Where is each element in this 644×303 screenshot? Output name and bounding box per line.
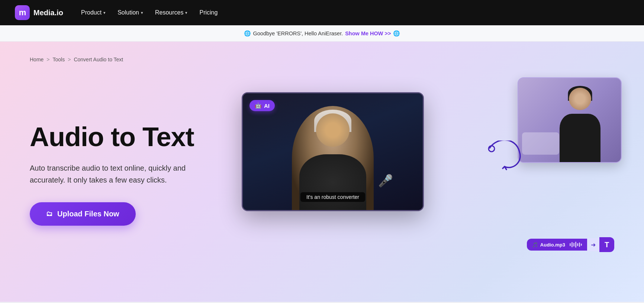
wave-bar bbox=[575, 242, 576, 248]
breadcrumb-sep1: > bbox=[46, 57, 49, 62]
subtitle-bar: It's an robust converter bbox=[300, 192, 365, 202]
hero-section: Home > Tools > Convert Audio to Text Aud… bbox=[0, 42, 644, 302]
globe-icon-right: 🌐 bbox=[393, 30, 400, 37]
audio-filename: Audio.mp3 bbox=[540, 242, 565, 248]
wave-bar bbox=[581, 244, 582, 246]
audio-filename-chip: 🎵 Audio.mp3 bbox=[527, 239, 587, 251]
nav-product[interactable]: Product ▾ bbox=[81, 9, 106, 16]
wave-bar bbox=[571, 242, 573, 247]
back-card-inner bbox=[518, 78, 621, 162]
breadcrumb-current: Convert Audio to Text bbox=[74, 57, 123, 62]
back-card bbox=[518, 77, 622, 163]
chevron-down-icon: ▾ bbox=[103, 10, 106, 15]
hero-left: Audio to Text Auto transcribe audio to t… bbox=[30, 122, 208, 226]
wave-bar bbox=[577, 243, 578, 246]
person2-figure bbox=[550, 88, 610, 162]
ai-badge-label: AI bbox=[264, 103, 270, 109]
nav-pricing[interactable]: Pricing bbox=[199, 9, 218, 16]
wave-bar bbox=[570, 243, 571, 246]
nav-pricing-label: Pricing bbox=[199, 9, 218, 16]
upload-files-button[interactable]: 🗂 Upload Files Now bbox=[30, 202, 136, 226]
banner-cta[interactable]: Show Me HOW >> bbox=[345, 30, 391, 36]
nav-solution-label: Solution bbox=[117, 9, 139, 16]
breadcrumb-sep2: > bbox=[68, 57, 71, 62]
logo-icon: m bbox=[15, 5, 30, 20]
upload-button-label: Upload Files Now bbox=[57, 210, 119, 218]
svg-point-0 bbox=[489, 146, 495, 152]
hero-title: Audio to Text bbox=[30, 122, 208, 152]
wave-bar bbox=[579, 242, 580, 247]
nav-resources[interactable]: Resources ▾ bbox=[155, 9, 187, 16]
nav-solution[interactable]: Solution ▾ bbox=[117, 9, 143, 16]
breadcrumb: Home > Tools > Convert Audio to Text bbox=[30, 57, 614, 62]
hero-content: Audio to Text Auto transcribe audio to t… bbox=[30, 85, 614, 263]
microphone-icon: 🎤 bbox=[378, 174, 393, 188]
chevron-down-icon: ▾ bbox=[185, 10, 187, 15]
wave-bar bbox=[573, 243, 574, 246]
audio-to-text-card: 🎵 Audio.mp3 ➜ T bbox=[527, 237, 614, 252]
ai-badge: 🤖 AI bbox=[249, 100, 275, 111]
breadcrumb-home[interactable]: Home bbox=[30, 57, 44, 62]
hero-right-visuals: 🎤 🤖 AI It's an robust converter 🎵 Audio.… bbox=[223, 85, 614, 263]
banner-text: Goodbye 'ERRORS', Hello AniEraser. bbox=[253, 30, 343, 36]
hero-description: Auto transcribe audio to text online, qu… bbox=[30, 162, 208, 186]
nav-resources-label: Resources bbox=[155, 9, 183, 16]
video-background: 🎤 🤖 AI It's an robust converter bbox=[243, 93, 423, 210]
navbar: m Media.io Product ▾ Solution ▾ Resource… bbox=[0, 0, 644, 25]
nav-product-label: Product bbox=[81, 9, 102, 16]
globe-icon-left: 🌐 bbox=[244, 30, 251, 37]
waveform-display bbox=[570, 242, 582, 248]
music-note-icon: 🎵 bbox=[532, 242, 538, 248]
breadcrumb-tools[interactable]: Tools bbox=[53, 57, 65, 62]
person-head bbox=[316, 113, 350, 147]
chevron-down-icon: ▾ bbox=[141, 10, 143, 15]
promo-banner: 🌐 Goodbye 'ERRORS', Hello AniEraser. Sho… bbox=[0, 25, 644, 42]
person2-body bbox=[560, 114, 600, 162]
text-badge: T bbox=[599, 237, 614, 252]
upload-icon: 🗂 bbox=[46, 210, 53, 218]
arrow-right-icon: ➜ bbox=[587, 238, 599, 251]
person2-head bbox=[569, 88, 591, 110]
logo-name: Media.io bbox=[33, 9, 63, 17]
main-video-card: 🎤 🤖 AI It's an robust converter bbox=[242, 92, 424, 211]
ai-badge-icon: 🤖 bbox=[255, 102, 262, 109]
curl-arrow-decoration bbox=[486, 141, 531, 178]
logo[interactable]: m Media.io bbox=[15, 5, 63, 20]
